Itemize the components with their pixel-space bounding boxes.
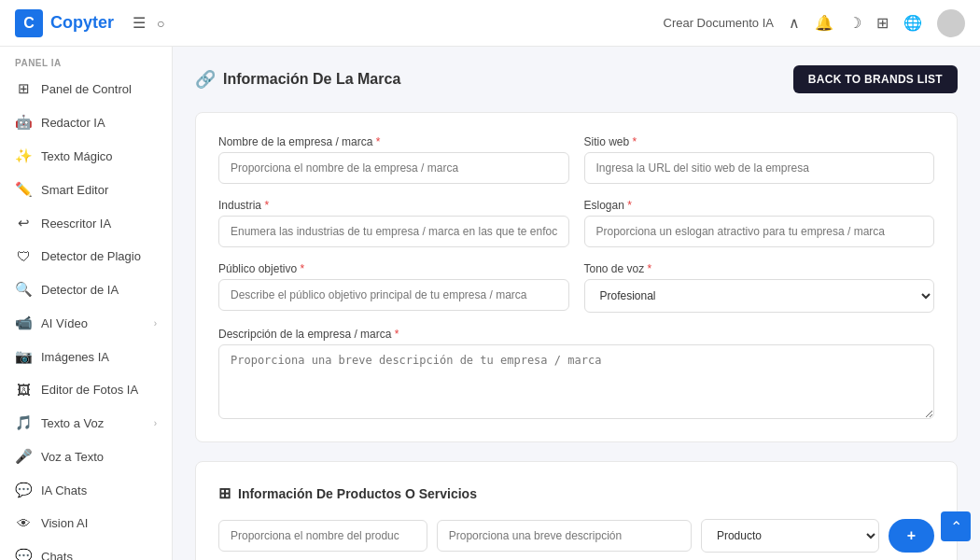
brand-info-card: Nombre de la empresa / marca * Sitio web…	[195, 112, 958, 442]
app-logo: C Copyter	[15, 9, 114, 37]
sidebar-section-label: PANEL IA	[0, 47, 172, 72]
product-name-input[interactable]	[218, 520, 427, 552]
products-section-icon: ⊞	[218, 484, 231, 502]
imagenes-ia-icon: 📷	[15, 348, 32, 365]
slogan-input[interactable]	[584, 216, 935, 247]
product-type-select[interactable]: Producto Servicio	[701, 519, 879, 553]
navbar: C Copyter ☰ ○ Crear Documento IA ∧ 🔔 ☽ ⊞…	[0, 0, 980, 47]
sidebar-item-smart-editor[interactable]: ✏️ Smart Editor	[0, 173, 172, 206]
sidebar-item-label: Chats	[41, 550, 73, 561]
page-title: 🔗 Información De La Marca	[195, 69, 400, 90]
scroll-top-icon: ⌃	[950, 518, 962, 536]
industry-input[interactable]	[218, 216, 569, 247]
website-input[interactable]	[584, 152, 935, 184]
sidebar-item-reescritor-ia[interactable]: ↩ Reescritor IA	[0, 206, 172, 240]
sidebar-item-imagenes-ia[interactable]: 📷 Imágenes IA	[0, 340, 172, 373]
description-textarea[interactable]	[218, 344, 934, 419]
sidebar-item-detector-ia[interactable]: 🔍 Detector de IA	[0, 273, 172, 306]
add-product-button[interactable]: +	[889, 519, 934, 553]
detector-plagio-icon: 🛡	[15, 248, 32, 264]
editor-fotos-icon: 🖼	[15, 382, 32, 398]
sidebar-item-label: Redactor IA	[41, 116, 105, 130]
ai-video-icon: 📹	[15, 315, 32, 331]
required-marker: *	[633, 135, 637, 148]
globe-icon[interactable]: 🌐	[903, 14, 922, 32]
sidebar-item-redactor-ia[interactable]: 🤖 Redactor IA	[0, 105, 172, 139]
tone-select[interactable]: Profesional Casual Formal Amigable	[584, 279, 935, 313]
navbar-right: Crear Documento IA ∧ 🔔 ☽ ⊞ 🌐	[664, 9, 966, 37]
products-row: Producto Servicio +	[218, 519, 934, 553]
public-input[interactable]	[218, 279, 569, 311]
public-label: Público objetivo *	[218, 262, 569, 275]
chats-icon: 💬	[15, 548, 32, 560]
description-group: Descripción de la empresa / marca *	[218, 328, 934, 419]
products-card: ⊞ Información De Productos O Servicios P…	[195, 461, 958, 560]
page-title-icon: 🔗	[195, 69, 216, 90]
tone-group: Tono de voz * Profesional Casual Formal …	[584, 262, 935, 313]
scroll-top-button[interactable]: ⌃	[941, 511, 971, 541]
sidebar-item-label: AI Vídeo	[41, 316, 88, 330]
required-marker: *	[376, 135, 381, 148]
products-section-title: ⊞ Información De Productos O Servicios	[218, 484, 934, 502]
sidebar-item-label: IA Chats	[41, 483, 87, 497]
website-group: Sitio web *	[584, 135, 935, 184]
sidebar-item-label: Imágenes IA	[41, 350, 109, 364]
sidebar-item-chats[interactable]: 💬 Chats	[0, 539, 172, 560]
sidebar-item-ia-chats[interactable]: 💬 IA Chats	[0, 473, 172, 507]
slogan-label: Eslogan *	[584, 199, 935, 212]
logo-box: C	[15, 9, 43, 37]
panel-control-icon: ⊞	[15, 80, 32, 97]
sidebar-item-label: Vision AI	[41, 516, 88, 530]
smart-editor-icon: ✏️	[15, 181, 32, 198]
company-name-input[interactable]	[218, 152, 569, 184]
voz-texto-icon: 🎤	[15, 448, 32, 465]
form-row-2: Industria * Eslogan *	[218, 199, 934, 247]
form-row-3: Público objetivo * Tono de voz * Profesi…	[218, 262, 934, 313]
redactor-ia-icon: 🤖	[15, 114, 32, 131]
sidebar-item-voz-a-texto[interactable]: 🎤 Voz a Texto	[0, 440, 172, 473]
company-name-label: Nombre de la empresa / marca *	[218, 135, 569, 148]
arrow-icon: ›	[154, 318, 157, 329]
sidebar-item-vision-ai[interactable]: 👁 Vision AI	[0, 507, 172, 539]
content-area: 🔗 Información De La Marca BACK TO BRANDS…	[173, 47, 980, 560]
tone-label: Tono de voz *	[584, 262, 935, 275]
sidebar-item-label: Texto Mágico	[41, 149, 113, 163]
sidebar-item-label: Detector de IA	[41, 283, 119, 297]
required-marker: *	[648, 262, 652, 275]
sidebar-item-ai-video[interactable]: 📹 AI Vídeo ›	[0, 306, 172, 340]
sidebar-item-detector-plagio[interactable]: 🛡 Detector de Plagio	[0, 240, 172, 273]
app-name: Copyter	[50, 13, 114, 33]
website-label: Sitio web *	[584, 135, 935, 148]
form-row-1: Nombre de la empresa / marca * Sitio web…	[218, 135, 934, 184]
sidebar-item-texto-a-voz[interactable]: 🎵 Texto a Voz ›	[0, 406, 172, 440]
vision-ai-icon: 👁	[15, 515, 32, 531]
description-label: Descripción de la empresa / marca *	[218, 328, 934, 341]
sidebar-item-label: Editor de Fotos IA	[41, 383, 138, 397]
reescritor-ia-icon: ↩	[15, 215, 32, 231]
moon-icon[interactable]: ☽	[848, 14, 861, 32]
required-marker: *	[627, 199, 632, 212]
sidebar-item-texto-magico[interactable]: ✨ Texto Mágico	[0, 139, 172, 173]
required-marker: *	[300, 262, 304, 275]
required-marker: *	[395, 328, 399, 341]
sidebar-item-label: Voz a Texto	[41, 450, 104, 464]
notification-icon[interactable]: 🔔	[815, 14, 833, 32]
sidebar-item-label: Detector de Plagio	[41, 249, 141, 263]
back-to-brands-button[interactable]: BACK TO BRANDS LIST	[793, 65, 958, 93]
sidebar-item-editor-fotos-ia[interactable]: 🖼 Editor de Fotos IA	[0, 373, 172, 406]
avatar[interactable]	[937, 9, 965, 37]
texto-magico-icon: ✨	[15, 147, 32, 164]
hamburger-icon[interactable]: ☰	[133, 14, 146, 32]
action-label: Crear Documento IA	[664, 16, 775, 30]
page-title-text: Información De La Marca	[223, 71, 400, 88]
industry-label: Industria *	[218, 199, 569, 212]
product-desc-input[interactable]	[437, 520, 692, 552]
company-name-group: Nombre de la empresa / marca *	[218, 135, 569, 184]
sidebar-item-label: Smart Editor	[41, 183, 108, 197]
fullscreen-icon[interactable]: ⊞	[876, 14, 889, 32]
sidebar-item-panel-control[interactable]: ⊞ Panel de Control	[0, 72, 172, 105]
chevron-up-icon[interactable]: ∧	[789, 14, 800, 32]
ia-chats-icon: 💬	[15, 482, 32, 498]
main-layout: PANEL IA ⊞ Panel de Control 🤖 Redactor I…	[0, 47, 980, 560]
search-icon[interactable]: ○	[157, 16, 164, 31]
